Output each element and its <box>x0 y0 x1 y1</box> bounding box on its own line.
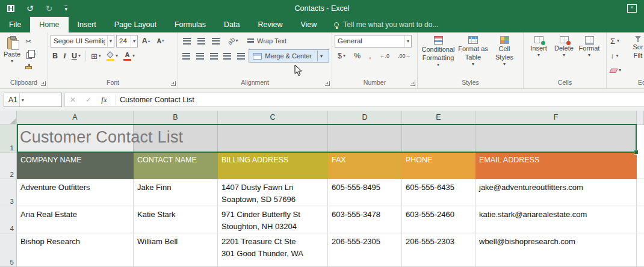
underline-button[interactable]: U▾ <box>70 51 82 61</box>
customize-qat-icon[interactable]: ▾ <box>64 5 67 12</box>
column-header-c[interactable]: C <box>218 111 328 125</box>
cell-g1-partial[interactable] <box>637 125 644 153</box>
cell-c2[interactable]: BILLING ADDRESS <box>218 153 328 179</box>
delete-cells-button[interactable]: Delete ▾ <box>551 34 577 77</box>
undo-icon[interactable]: ↺ <box>26 4 34 13</box>
decrease-font-size-button[interactable]: A▾ <box>154 35 167 47</box>
cell-f5[interactable]: wbell@bishopresearch.com <box>475 233 637 267</box>
tab-page-layout[interactable]: Page Layout <box>105 17 166 32</box>
align-top-button[interactable] <box>181 35 193 47</box>
tab-formulas[interactable]: Formulas <box>166 17 215 32</box>
tell-me-box[interactable]: Tell me what you want to do... <box>334 17 438 32</box>
cell-a5[interactable]: Bishop Research <box>17 233 134 267</box>
cell-g3-partial[interactable] <box>637 179 644 206</box>
currency-format-button[interactable]: $▾ <box>336 51 347 61</box>
align-left-button[interactable] <box>181 50 193 62</box>
cell-c5[interactable]: 2201 Treasure Ct Ste 301 Good Thunder, W… <box>218 233 328 267</box>
cell-e1[interactable] <box>402 125 475 153</box>
number-format-dropdown-icon[interactable]: ▾ <box>404 35 411 47</box>
cell-a3[interactable]: Adventure Outfitters <box>17 179 134 206</box>
tab-view[interactable]: View <box>291 17 326 32</box>
cell-g2-partial[interactable] <box>637 153 644 179</box>
alignment-dialog-launcher-icon[interactable] <box>325 81 330 86</box>
ribbon-display-options-icon[interactable]: ^ <box>627 4 637 13</box>
name-box[interactable]: A1 ▾ <box>4 93 62 107</box>
comma-format-button[interactable]: , <box>367 51 373 61</box>
cell-g4-partial[interactable] <box>637 206 644 233</box>
paste-button[interactable]: Paste ▾ <box>2 34 22 77</box>
wrap-text-button[interactable]: Wrap Text <box>244 34 290 48</box>
column-header-e[interactable]: E <box>402 111 475 125</box>
cancel-icon[interactable]: ✕ <box>65 96 81 104</box>
cell-b4[interactable]: Katie Stark <box>134 206 218 233</box>
font-size-select[interactable]: 24 ▾ <box>116 35 138 48</box>
clear-button[interactable]: ▾ <box>610 64 621 76</box>
insert-cells-button[interactable]: Insert ▾ <box>526 34 551 77</box>
fill-button[interactable]: ↓▾ <box>610 50 621 62</box>
decrease-decimal-button[interactable]: .00→ <box>396 52 413 60</box>
cell-c1[interactable] <box>218 125 328 153</box>
number-dialog-launcher-icon[interactable] <box>410 81 415 86</box>
autosum-button[interactable]: Σ▾ <box>610 35 621 47</box>
cell-c4[interactable]: 971 Cinder Butterfly St Stoughton, NH 03… <box>218 206 328 233</box>
row-header-1[interactable]: 1 <box>0 125 17 153</box>
percent-format-button[interactable]: % <box>352 51 362 61</box>
redo-icon[interactable]: ↻ <box>46 4 53 13</box>
increase-decimal-button[interactable]: ←.0 <box>378 52 392 60</box>
clipboard-dialog-launcher-icon[interactable] <box>41 81 46 86</box>
font-name-select[interactable]: Segoe UI Semilight ▾ <box>51 35 114 48</box>
cell-b2[interactable]: CONTACT NAME <box>134 153 218 179</box>
borders-button[interactable]: ⊞▾ <box>89 51 103 61</box>
cell-f3[interactable]: jake@adventureoutfitters.com <box>475 179 637 206</box>
cell-e2[interactable]: PHONE <box>402 153 475 179</box>
fill-handle[interactable] <box>634 150 639 155</box>
cell-e4[interactable]: 603-555-2460 <box>402 206 475 233</box>
insert-function-icon[interactable]: fx <box>96 95 112 105</box>
cell-d1[interactable] <box>328 125 402 153</box>
tab-home[interactable]: Home <box>30 17 68 32</box>
align-center-button[interactable] <box>194 50 206 62</box>
font-color-button[interactable]: A▾ <box>122 51 137 61</box>
align-bottom-button[interactable] <box>209 35 222 47</box>
cell-d4[interactable]: 603-555-3478 <box>328 206 402 233</box>
cell-d3[interactable]: 605-555-8495 <box>328 179 402 206</box>
orientation-button[interactable]: ab▾ <box>224 35 242 47</box>
align-middle-button[interactable] <box>195 35 208 47</box>
font-dialog-launcher-icon[interactable] <box>171 81 176 86</box>
merge-center-button[interactable]: Merge & Center ▾ <box>249 49 329 63</box>
decrease-indent-button[interactable] <box>221 50 234 62</box>
sort-filter-button[interactable]: Sor Filt <box>622 34 644 77</box>
save-icon[interactable] <box>7 5 14 12</box>
increase-font-size-button[interactable]: A▴ <box>140 35 152 47</box>
column-header-f[interactable]: F <box>475 111 637 125</box>
row-header-4[interactable]: 4 <box>0 206 17 233</box>
cell-styles-button[interactable]: Cell Styles ▾ <box>490 34 519 77</box>
select-all-button[interactable] <box>0 111 17 125</box>
cell-g5-partial[interactable] <box>637 233 644 267</box>
column-header-d[interactable]: D <box>328 111 402 125</box>
enter-icon[interactable]: ✓ <box>81 96 96 104</box>
tab-data[interactable]: Data <box>215 17 249 32</box>
row-header-3[interactable]: 3 <box>0 179 17 206</box>
conditional-formatting-button[interactable]: Conditional Formatting ▾ <box>420 34 456 77</box>
format-as-table-button[interactable]: Format as Table ▾ <box>456 34 490 77</box>
tab-insert[interactable]: Insert <box>69 17 105 32</box>
cut-button[interactable]: ✂ <box>24 35 37 48</box>
format-cells-button[interactable]: Format ▾ <box>577 34 602 77</box>
format-painter-button[interactable] <box>24 61 37 73</box>
row-header-2[interactable]: 2 <box>0 153 17 179</box>
merge-center-dropdown-icon[interactable]: ▾ <box>317 51 325 61</box>
cell-b3[interactable]: Jake Finn <box>134 179 218 206</box>
row-header-5[interactable]: 5 <box>0 233 17 267</box>
font-name-dropdown-icon[interactable]: ▾ <box>107 35 114 47</box>
tab-file[interactable]: File <box>0 17 30 32</box>
font-size-dropdown-icon[interactable]: ▾ <box>131 35 137 47</box>
cell-e5[interactable]: 206-555-2303 <box>402 233 475 267</box>
cell-c3[interactable]: 1407 Dusty Fawn Ln Soaptown, SD 57696 <box>218 179 328 206</box>
number-format-select[interactable]: General ▾ <box>335 35 412 48</box>
tab-review[interactable]: Review <box>249 17 291 32</box>
column-header-a[interactable]: A <box>17 111 134 125</box>
fill-color-button[interactable]: ▾ <box>105 51 120 61</box>
increase-indent-button[interactable] <box>235 50 247 62</box>
copy-button[interactable]: ▾ <box>24 49 37 61</box>
